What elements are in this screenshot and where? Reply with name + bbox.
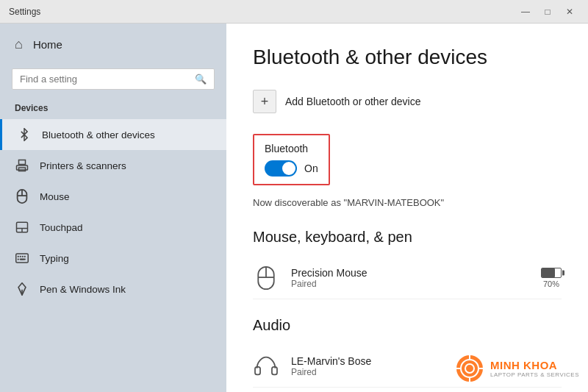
minimize-button[interactable]: — <box>516 4 535 19</box>
add-icon: + <box>253 90 276 113</box>
add-device-label: Add Bluetooth or other device <box>285 96 420 107</box>
sidebar-mouse-label: Mouse <box>40 191 70 202</box>
sidebar-item-printers[interactable]: Printers & scanners <box>0 150 226 181</box>
battery-icon <box>541 268 562 278</box>
sidebar-home-label: Home <box>33 38 62 51</box>
bluetooth-toggle[interactable] <box>265 160 297 177</box>
battery-fill <box>542 268 555 277</box>
device-battery: 70% <box>541 268 562 288</box>
sidebar-touchpad-label: Touchpad <box>40 222 83 233</box>
titlebar-controls: — □ ✕ <box>516 4 579 19</box>
touchpad-icon <box>15 220 29 235</box>
close-button[interactable]: ✕ <box>560 4 579 19</box>
sidebar: ⌂ Home 🔍 Devices Bluetooth & other devic… <box>0 24 226 392</box>
sidebar-item-bluetooth[interactable]: Bluetooth & other devices <box>0 119 226 150</box>
sidebar-item-pen[interactable]: Pen & Windows Ink <box>0 274 226 304</box>
section-heading-mouse: Mouse, keyboard, & pen <box>253 229 562 246</box>
sidebar-bluetooth-label: Bluetooth & other devices <box>42 129 155 140</box>
toggle-state-label: On <box>304 163 318 174</box>
bluetooth-icon <box>17 127 32 142</box>
toggle-row: On <box>265 160 318 177</box>
search-icon: 🔍 <box>195 74 207 85</box>
sidebar-search[interactable]: 🔍 <box>12 68 215 90</box>
search-input[interactable] <box>20 74 189 85</box>
mouse-device-icon <box>253 265 279 291</box>
watermark-brand: MINH KHOA <box>490 359 579 371</box>
sidebar-item-touchpad[interactable]: Touchpad <box>0 212 226 243</box>
watermark: MINH KHOA LAPTOP PARTS & SERVICES <box>455 354 579 383</box>
titlebar: Settings — □ ✕ <box>0 0 588 24</box>
device-info: Precision Mouse Paired <box>291 267 529 289</box>
sidebar-item-typing[interactable]: Typing <box>0 243 226 274</box>
sidebar-section-title: Devices <box>0 100 226 119</box>
device-status: Paired <box>291 279 529 289</box>
add-device-button[interactable]: + Add Bluetooth or other device <box>253 87 562 116</box>
sidebar-pen-label: Pen & Windows Ink <box>40 284 126 295</box>
typing-icon <box>15 251 29 266</box>
svg-rect-9 <box>16 254 29 263</box>
home-icon: ⌂ <box>15 37 23 52</box>
pen-icon <box>15 282 29 296</box>
bluetooth-label: Bluetooth <box>265 143 318 154</box>
titlebar-title: Settings <box>9 7 40 17</box>
bluetooth-toggle-box: Bluetooth On <box>253 134 330 185</box>
maximize-button[interactable]: □ <box>538 4 557 19</box>
printer-icon <box>15 158 29 173</box>
sidebar-item-mouse[interactable]: Mouse <box>0 181 226 212</box>
toggle-thumb <box>282 162 295 175</box>
main-layout: ⌂ Home 🔍 Devices Bluetooth & other devic… <box>0 24 588 392</box>
content-area: Bluetooth & other devices + Add Bluetoot… <box>226 24 588 392</box>
discoverable-text: Now discoverable as "MARVIN-MATEBOOK" <box>253 197 562 208</box>
mouse-sidebar-icon <box>15 189 29 204</box>
svg-rect-0 <box>19 160 26 165</box>
page-title: Bluetooth & other devices <box>253 46 562 69</box>
sidebar-typing-label: Typing <box>40 253 69 264</box>
watermark-sub: LAPTOP PARTS & SERVICES <box>490 371 579 378</box>
watermark-text: MINH KHOA LAPTOP PARTS & SERVICES <box>490 359 579 378</box>
sidebar-item-home[interactable]: ⌂ Home <box>0 24 226 65</box>
device-name: Precision Mouse <box>291 267 529 279</box>
battery-percent: 70% <box>543 279 559 288</box>
headphones-icon <box>253 353 279 379</box>
sidebar-printers-label: Printers & scanners <box>40 160 126 171</box>
list-item: Precision Mouse Paired 70% <box>253 257 562 299</box>
watermark-logo-icon <box>455 354 484 383</box>
section-heading-audio: Audio <box>253 317 562 334</box>
